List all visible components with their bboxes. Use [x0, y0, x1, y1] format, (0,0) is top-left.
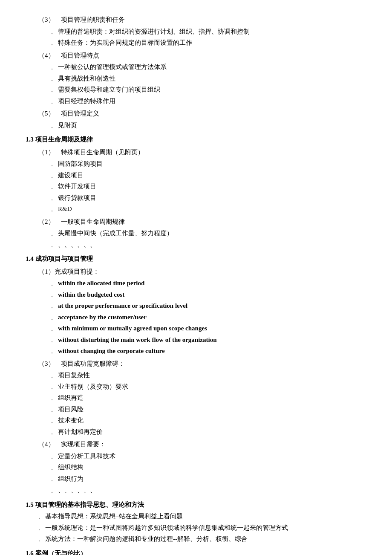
section-1-4: 1.4 成功项目与项目管理 （1）完成项目前提： 。 within the al…	[26, 254, 371, 496]
section-1-4-sub1-item-3-text: at the proper performance or specificati…	[58, 301, 371, 312]
bullet-icon: 。	[51, 487, 55, 494]
section-1-4-sub3-title: 项目成功需克服障碍：	[61, 360, 125, 367]
section-1-4-ellipsis-text: 、、、、、、	[58, 485, 371, 496]
section-1-3-sub2-item-1-text: 头尾慢中间快（完成工作量、努力程度）	[58, 228, 371, 239]
section-4-item-4-text: 项目经理的特殊作用	[58, 96, 371, 107]
section-1-4-sub4-heading: （4） 实现项目需要：	[38, 439, 371, 450]
section-3-title: 项目管理的职责和任务	[61, 16, 125, 23]
section-1-5: 1.5 项目管理的基本指导思想、理论和方法 。 基本指导思想：系统思想–站在全局…	[26, 500, 371, 545]
section-1-3-sub1-item-2: 。 建设项目	[51, 170, 371, 181]
bullet-icon: 。	[51, 464, 55, 471]
section-3-heading: （3） 项目管理的职责和任务	[38, 14, 371, 26]
section-1-4-sub3-item-4-text: 项目风险	[58, 404, 371, 415]
bullet-icon: 。	[51, 292, 55, 299]
section-5-label: （5）	[38, 110, 55, 117]
section-1-4-sub1-item-6-text: without disturbing the main work flow of…	[58, 335, 371, 346]
section-1-4-sub4-item-2: 。 组织结构	[51, 462, 371, 473]
section-1-4-sub3-item-4: 。 项目风险	[51, 404, 371, 415]
section-1-4-sub1-item-1: 。 within the allocated time period	[51, 278, 371, 289]
bullet-icon: 。	[51, 230, 55, 237]
section-1-4-sub4-item-3-text: 组织行为	[58, 474, 371, 485]
section-1-4-sub1-label: （1）完成项目前提：	[38, 268, 99, 275]
section-1-4-sub4-item-3: 。 组织行为	[51, 474, 371, 485]
section-1-4-sub3-item-1-text: 项目复杂性	[58, 370, 371, 381]
bullet-icon: 。	[51, 337, 55, 344]
section-1-5-item-3-text: 系统方法：一种解决问题的逻辑和专业的过程--解释、分析、权衡、综合	[45, 534, 371, 545]
section-1-3-sub1-heading: （1） 特殊项目生命周期（见附页）	[38, 147, 371, 158]
section-1-6-heading: 1.6 案例（无与伦比）	[26, 548, 371, 555]
section-1-4-sub3: （3） 项目成功需克服障碍： 。 项目复杂性 。 业主特别（及变动）要求 。 组…	[26, 358, 371, 438]
section-1-4-sub3-heading: （3） 项目成功需克服障碍：	[38, 358, 371, 370]
bullet-icon: 。	[51, 242, 55, 249]
section-1-4-sub4-title: 实现项目需要：	[61, 441, 106, 448]
section-1-5-item-1: 。 基本指导思想：系统思想–站在全局利益上看问题	[38, 511, 371, 522]
bullet-icon: 。	[51, 87, 55, 94]
section-4-item-1: 。 一种被公认的管理模式或管理方法体系	[51, 62, 371, 73]
section-1-4-sub3-label: （3）	[38, 360, 55, 367]
section-4-item-2: 。 具有挑战性和创造性	[51, 73, 371, 84]
bullet-icon: 。	[51, 372, 55, 379]
section-4-item-3-text: 需要集权领导和建立专门的项目组织	[58, 84, 371, 95]
bullet-icon: 。	[51, 64, 55, 71]
section-3-label: （3）	[38, 16, 55, 23]
section-1-4-sub1-item-7-text: without changing the corporate culture	[58, 346, 371, 357]
bullet-icon: 。	[51, 429, 55, 436]
section-4-item-2-text: 具有挑战性和创造性	[58, 73, 371, 84]
bullet-icon: 。	[51, 40, 55, 47]
section-1-3-sub1-item-1: 。 国防部采购项目	[51, 159, 371, 170]
section-3-item-2-text: 特殊任务：为实现合同规定的目标而设置的工作	[58, 38, 371, 49]
section-1-4-sub3-item-6: 。 再计划和再定价	[51, 427, 371, 438]
section-1-3-sub1-item-5-text: R&D	[58, 204, 371, 215]
section-4-item-4: 。 项目经理的特殊作用	[51, 96, 371, 107]
section-1-3-sub2-item-1: 。 头尾慢中间快（完成工作量、努力程度）	[51, 228, 371, 239]
bullet-icon: 。	[51, 453, 55, 460]
section-1-5-heading: 1.5 项目管理的基本指导思想、理论和方法	[26, 500, 371, 511]
bullet-icon: 。	[51, 195, 55, 202]
section-1-4-sub4: （4） 实现项目需要： 。 定量分析工具和技术 。 组织结构 。 组织行为	[26, 439, 371, 484]
bullet-icon: 。	[51, 98, 55, 105]
section-4-item-1-text: 一种被公认的管理模式或管理方法体系	[58, 62, 371, 73]
bullet-icon: 。	[51, 206, 55, 213]
bullet-icon: 。	[38, 513, 43, 520]
bullet-icon: 。	[51, 406, 55, 413]
bullet-icon: 。	[51, 75, 55, 83]
section-1-4-sub1-item-1-text: within the allocated time period	[58, 278, 371, 289]
section-1-4-sub1: （1）完成项目前提： 。 within the allocated time p…	[26, 266, 371, 357]
section-1-3-sub1-title: 特殊项目生命周期（见附页）	[61, 149, 144, 156]
section-5-title: 项目管理定义	[61, 110, 99, 117]
bullet-icon: 。	[51, 172, 55, 179]
section-1-4-sub1-item-2: 。 within the budgeted cost	[51, 289, 371, 301]
bullet-icon: 。	[51, 183, 55, 191]
section-1-3-heading: 1.3 项目生命周期及规律	[26, 134, 371, 145]
section-1-3-sub1-item-5: 。 R&D	[51, 204, 371, 215]
bullet-icon: 。	[51, 122, 55, 130]
section-1-5-item-2-text: 一般系统理论：是一种试图将跨越许多知识领域的科学信息集成和统一起来的管理方式	[45, 523, 371, 534]
section-5-heading: （5） 项目管理定义	[38, 108, 371, 119]
section-1-3-sub2-title: 一般项目生命周期规律	[61, 218, 125, 225]
bullet-icon: 。	[51, 384, 55, 391]
section-1-4-sub3-item-6-text: 再计划和再定价	[58, 427, 371, 438]
section-1-4-sub4-item-2-text: 组织结构	[58, 462, 371, 473]
section-5: （5） 项目管理定义 。 见附页	[26, 108, 371, 131]
section-1-3-sub1-item-2-text: 建设项目	[58, 170, 371, 181]
section-1-5-item-3: 。 系统方法：一种解决问题的逻辑和专业的过程--解释、分析、权衡、综合	[38, 534, 371, 545]
section-1-4-sub1-item-5: 。 with minimum or mutually agreed upon s…	[51, 323, 371, 334]
section-1-4-sub4-item-1: 。 定量分析工具和技术	[51, 451, 371, 462]
section-1-4-ellipsis: 。 、、、、、、	[51, 485, 371, 496]
section-1-3-sub2-label: （2）	[38, 218, 55, 225]
section-1-3-sub2: （2） 一般项目生命周期规律 。 头尾慢中间快（完成工作量、努力程度） 。 、、…	[26, 217, 371, 251]
section-4-item-3: 。 需要集权领导和建立专门的项目组织	[51, 84, 371, 95]
section-1-4-sub1-item-7: 。 without changing the corporate culture	[51, 346, 371, 357]
section-5-item-1-text: 见附页	[58, 120, 371, 131]
section-1-6: 1.6 案例（无与伦比）	[26, 548, 371, 555]
section-5-item-1: 。 见附页	[51, 120, 371, 131]
bullet-icon: 。	[51, 314, 55, 321]
section-1-3-sub1-item-1-text: 国防部采购项目	[58, 159, 371, 170]
bullet-icon: 。	[51, 29, 55, 36]
section-4-heading: （4） 项目管理特点	[38, 50, 371, 61]
section-1-4-sub3-item-5: 。 技术变化	[51, 415, 371, 426]
section-1-3-sub1: （1） 特殊项目生命周期（见附页） 。 国防部采购项目 。 建设项目 。 软件开…	[26, 147, 371, 215]
section-3-item-1-text: 管理的普遍职责：对组织的资源进行计划、组织、指挥、协调和控制	[58, 26, 371, 38]
bullet-icon: 。	[38, 536, 43, 543]
section-1-4-sub3-item-2-text: 业主特别（及变动）要求	[58, 382, 371, 393]
